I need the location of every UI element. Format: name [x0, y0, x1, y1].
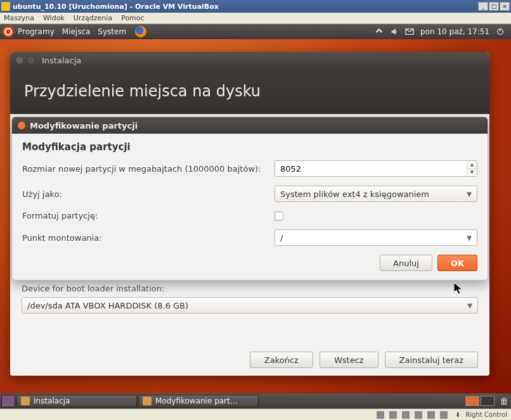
vbox-menu-devices[interactable]: Urządzenia [74, 14, 112, 22]
size-spinbox[interactable]: ▲ ▼ [275, 160, 477, 177]
vbox-icon [1, 2, 10, 11]
window-icon [143, 397, 152, 405]
vbox-maximize-button[interactable]: □ [489, 2, 499, 11]
host-key-label: Right Control [465, 411, 507, 418]
chevron-down-icon: ▼ [467, 234, 472, 241]
installer-heading: Przydzielenie miejsca na dysku [24, 82, 261, 100]
gnome-bottom-panel: Instalacja Modyfikowanie part… 🗑 [0, 393, 511, 409]
installer-minimize-button[interactable] [27, 56, 36, 65]
volume-icon[interactable] [390, 27, 399, 36]
vbox-titlebar: ubuntu_10.10 [Uruchomiona] - Oracle VM V… [0, 0, 511, 13]
installer-button-row: Zakończ Wstecz Zainstaluj teraz [250, 352, 478, 368]
dialog-titlebar[interactable]: Modyfikowanie partycji [12, 117, 488, 134]
format-checkbox[interactable] [275, 212, 283, 220]
use-as-value: System plików ext4 z księgowaniem [280, 189, 429, 199]
mount-label: Punkt montowania: [22, 233, 275, 243]
taskbar-item-installer[interactable]: Instalacja [16, 395, 137, 407]
status-cd-icon[interactable] [389, 411, 397, 419]
window-icon [21, 397, 30, 405]
installer-close-button[interactable] [15, 56, 24, 65]
status-hdd-icon[interactable] [377, 411, 384, 419]
workspace-1[interactable] [465, 396, 479, 406]
gnome-menu-system[interactable]: System [98, 27, 126, 36]
vbox-menu-machine[interactable]: Maszyna [4, 14, 34, 22]
vbox-menu-help[interactable]: Pomoc [121, 14, 144, 22]
vm-guest-display: Programy Miejsca System pon 10 paź, 17:5… [0, 24, 511, 409]
chevron-down-icon: ▼ [467, 191, 472, 198]
taskbar-item-dialog[interactable]: Modyfikowanie part… [138, 395, 259, 407]
status-usb-icon[interactable] [415, 411, 422, 419]
vbox-statusbar: ⬇ Right Control [0, 409, 511, 420]
vbox-close-button[interactable]: × [500, 2, 510, 11]
network-icon[interactable] [375, 27, 384, 36]
installer-header: Przydzielenie miejsca na dysku [10, 68, 489, 114]
bootloader-combo[interactable]: /dev/sda ATA VBOX HARDDISK (8.6 GB) ▼ [22, 297, 478, 314]
vbox-menu-view[interactable]: Widok [43, 14, 65, 22]
vbox-minimize-button[interactable]: _ [478, 2, 488, 11]
ubuntu-logo-icon[interactable] [3, 26, 14, 37]
dialog-title: Modyfikowanie partycji [30, 121, 138, 130]
taskbar-label: Modyfikowanie part… [155, 397, 238, 405]
quit-button[interactable]: Zakończ [250, 352, 313, 368]
cancel-button[interactable]: Anuluj [380, 255, 432, 271]
use-as-label: Użyj jako: [22, 189, 275, 199]
installer-window: Instalacja Przydzielenie miejsca na dysk… [10, 52, 489, 376]
edit-partition-dialog: Modyfikowanie partycji Modyfikacja party… [11, 117, 488, 281]
gnome-top-panel: Programy Miejsca System pon 10 paź, 17:5… [0, 24, 511, 39]
mail-icon[interactable] [405, 27, 414, 36]
gnome-tray: pon 10 paź, 17:51 [375, 27, 505, 36]
installer-title: Instalacja [42, 56, 81, 65]
clock[interactable]: pon 10 paź, 17:51 [420, 27, 489, 36]
format-label: Formatuj partycję: [22, 211, 275, 220]
use-as-combo[interactable]: System plików ext4 z księgowaniem ▼ [275, 186, 477, 202]
install-now-button[interactable]: Zainstaluj teraz [385, 352, 478, 368]
power-icon[interactable] [496, 27, 505, 36]
installer-body: Device for boot loader installation: /de… [10, 114, 489, 376]
bootloader-section: Device for boot loader installation: /de… [10, 284, 489, 314]
ubuntu-desktop: Programy Miejsca System pon 10 paź, 17:5… [0, 24, 511, 409]
chevron-down-icon: ▼ [467, 302, 472, 309]
spin-down-icon[interactable]: ▼ [467, 169, 477, 177]
back-button[interactable]: Wstecz [320, 352, 378, 368]
dialog-close-button[interactable] [17, 121, 26, 130]
gnome-menu-places[interactable]: Miejsca [62, 27, 91, 36]
bootloader-value: /dev/sda ATA VBOX HARDDISK (8.6 GB) [27, 301, 188, 310]
vbox-menubar: Maszyna Widok Urządzenia Pomoc [0, 13, 511, 24]
gnome-menu-applications[interactable]: Programy [18, 27, 55, 36]
show-desktop-button[interactable] [1, 395, 15, 407]
spin-up-icon[interactable]: ▲ [467, 161, 477, 169]
status-mouse-icon[interactable] [440, 411, 448, 419]
taskbar-label: Instalacja [34, 397, 70, 405]
size-label: Rozmiar nowej partycji w megabajtach (10… [22, 164, 275, 174]
size-input[interactable] [275, 161, 467, 176]
trash-icon[interactable]: 🗑 [498, 395, 510, 407]
workspace-switcher[interactable] [465, 396, 495, 406]
dialog-heading: Modyfikacja partycji [22, 141, 477, 153]
workspace-2[interactable] [481, 396, 495, 406]
mount-point-combo[interactable]: ▼ [275, 229, 477, 246]
mount-point-input[interactable] [280, 233, 467, 243]
firefox-launcher-icon[interactable] [135, 26, 146, 37]
vbox-window-title: ubuntu_10.10 [Uruchomiona] - Oracle VM V… [13, 3, 477, 11]
status-shared-icon[interactable] [427, 411, 435, 419]
installer-titlebar[interactable]: Instalacja [10, 52, 489, 68]
ok-button[interactable]: OK [437, 255, 477, 271]
status-net-icon[interactable] [402, 411, 410, 419]
bootloader-label: Device for boot loader installation: [22, 284, 478, 293]
